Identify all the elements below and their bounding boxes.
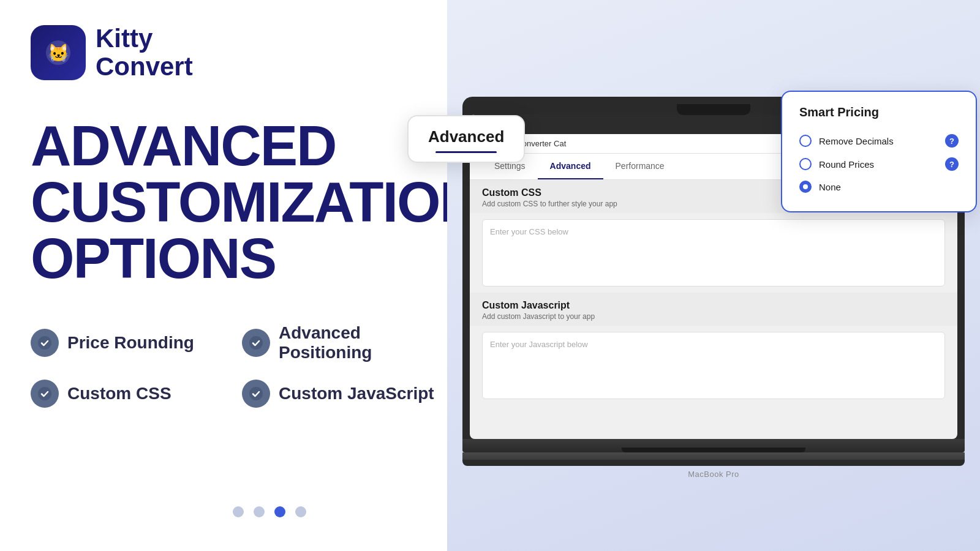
- floating-advanced-underline: [435, 151, 496, 153]
- svg-point-2: [50, 47, 54, 51]
- macbook-stand: [462, 452, 965, 460]
- js-section-title: Custom Javascript: [482, 300, 945, 311]
- svg-point-9: [249, 387, 263, 400]
- js-textarea[interactable]: Enter your Javascript below: [482, 332, 945, 399]
- left-section: 🐱 € $ Kitty Convert ADVANCED CUSTOMIZATI…: [0, 0, 466, 551]
- js-section-subtitle: Add custom Javascript to your app: [482, 312, 945, 321]
- check-badge-3: [31, 380, 59, 408]
- radio-circle-1[interactable]: [799, 135, 812, 147]
- floating-advanced-tab[interactable]: Advanced: [407, 115, 525, 163]
- macbook-label: MacBook Pro: [462, 470, 965, 479]
- help-icon-2[interactable]: ?: [945, 157, 959, 171]
- css-textarea[interactable]: Enter your CSS below: [482, 219, 945, 287]
- feature-label-1: Price Rounding: [67, 333, 194, 353]
- svg-point-8: [38, 387, 51, 400]
- help-icon-1[interactable]: ?: [945, 134, 959, 148]
- check-badge-4: [242, 380, 270, 408]
- tab-advanced[interactable]: Advanced: [538, 154, 603, 179]
- right-section: Advanced Smart Pricing Remove Decimals ?…: [447, 0, 980, 551]
- feature-price-rounding: Price Rounding: [31, 323, 224, 362]
- svg-text:€: €: [51, 56, 55, 62]
- dot-4[interactable]: [295, 506, 306, 517]
- logo-text: Kitty Convert: [96, 24, 193, 81]
- js-section-header: Custom Javascript Add custom Javascript …: [470, 293, 957, 326]
- app-logo-icon: 🐱 € $: [31, 25, 86, 80]
- feature-label-2: Advanced Positioning: [279, 323, 435, 362]
- dot-1[interactable]: [233, 506, 244, 517]
- features-grid: Price Rounding Advanced Positioning Cust…: [31, 323, 435, 408]
- svg-point-6: [38, 336, 51, 350]
- floating-advanced-label: Advanced: [428, 127, 504, 146]
- radio-label-2: Round Prices: [819, 159, 874, 170]
- radio-label-1: Remove Decimals: [819, 136, 894, 146]
- radio-label-3: None: [819, 182, 841, 192]
- dot-3[interactable]: [274, 506, 285, 517]
- logo-area: 🐱 € $ Kitty Convert: [31, 24, 435, 81]
- svg-point-7: [249, 336, 263, 350]
- feature-custom-css: Custom CSS: [31, 380, 224, 408]
- macbook-notch: [677, 104, 750, 115]
- macbook-container: Advanced Smart Pricing Remove Decimals ?…: [462, 97, 965, 479]
- hero-title: ADVANCED CUSTOMIZATION OPTIONS: [31, 118, 435, 287]
- check-badge-2: [242, 329, 270, 357]
- feature-label-4: Custom JavaScript: [279, 384, 434, 403]
- dot-2[interactable]: [254, 506, 265, 517]
- svg-text:$: $: [62, 56, 66, 62]
- check-badge-1: [31, 329, 59, 357]
- smart-pricing-popup: Smart Pricing Remove Decimals ? Round Pr…: [781, 91, 977, 212]
- svg-point-3: [62, 47, 66, 51]
- macbook-foot: [462, 460, 965, 466]
- feature-advanced-positioning: Advanced Positioning: [242, 323, 435, 362]
- radio-none[interactable]: None: [799, 176, 959, 198]
- macbook-base: [462, 439, 965, 452]
- radio-circle-3[interactable]: [799, 181, 812, 193]
- radio-round-prices[interactable]: Round Prices ?: [799, 152, 959, 176]
- smart-pricing-title: Smart Pricing: [799, 105, 959, 119]
- radio-remove-decimals[interactable]: Remove Decimals ?: [799, 129, 959, 152]
- feature-custom-js: Custom JavaScript: [242, 380, 435, 408]
- feature-label-3: Custom CSS: [67, 384, 172, 403]
- tab-performance[interactable]: Performance: [603, 154, 677, 179]
- pagination-dots: [233, 506, 306, 517]
- radio-circle-2[interactable]: [799, 158, 812, 170]
